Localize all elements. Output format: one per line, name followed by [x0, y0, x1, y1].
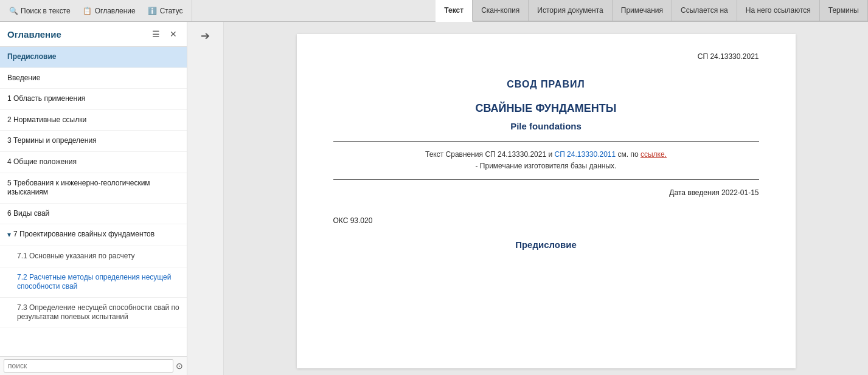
nav-item-label: 7.3 Определение несущей способности свай…: [17, 303, 179, 322]
search-go-button[interactable]: ⊙: [176, 361, 183, 371]
main-layout: Оглавление ☰ ✕ Предисловие Введение 1 Об…: [0, 22, 868, 375]
search-input[interactable]: [4, 359, 173, 373]
sidebar-nav: Предисловие Введение 1 Область применени…: [0, 47, 187, 356]
nav-item-label: Предисловие: [7, 52, 57, 61]
tab-terms[interactable]: Термины: [820, 0, 868, 21]
sidebar: Оглавление ☰ ✕ Предисловие Введение 1 Об…: [0, 22, 187, 375]
doc-comparison-note: Текст Сравнения СП 24.13330.2021 и СП 24…: [333, 149, 759, 172]
doc-meta-row: ОКС 93.020 Дата введения 2022-01-15: [333, 198, 759, 225]
status-button[interactable]: ℹ️ Статус: [144, 5, 187, 17]
status-label: Статус: [160, 7, 183, 15]
document-page: СП 24.13330.2021 СВОД ПРАВИЛ СВАЙНЫЕ ФУН…: [297, 34, 796, 368]
nav-item-label: 1 Область применения: [7, 94, 85, 103]
doc-title-en: Pile foundations: [333, 121, 759, 131]
tab-history[interactable]: История документа: [529, 0, 612, 21]
tab-scan[interactable]: Скан-копия: [473, 0, 529, 21]
nav-item-predislovie[interactable]: Предисловие: [0, 47, 187, 68]
tab-referenced-by[interactable]: На него ссылаются: [737, 0, 820, 21]
header-row: 🔍 Поиск в тексте 📋 Оглавление ℹ️ Статус …: [0, 0, 868, 22]
nav-item-7[interactable]: ▾ 7 Проектирование свайных фундаментов: [0, 224, 187, 246]
navigate-arrow-button[interactable]: ➔: [198, 27, 212, 45]
sidebar-search: ⊙: [0, 356, 187, 375]
sidebar-close-icon[interactable]: ✕: [167, 28, 179, 40]
tab-references[interactable]: Ссылается на: [672, 0, 737, 21]
doc-title-ru: СВАЙНЫЕ ФУНДАМЕНТЫ: [333, 102, 759, 115]
comparison-link[interactable]: ссылке.: [641, 150, 667, 159]
comparison-text-before: Текст Сравнения СП 24.13330.2021 и: [425, 150, 554, 159]
nav-item-7-1[interactable]: 7.1 Основные указания по расчету: [0, 246, 187, 267]
nav-item-label: 5 Требования к инженерно-геологическим и…: [7, 179, 150, 197]
nav-item-label: 7.2 Расчетные методы определения несущей…: [17, 273, 172, 291]
tab-text[interactable]: Текст: [436, 0, 473, 22]
nav-item-label: 7.1 Основные указания по расчету: [17, 252, 135, 260]
nav-item-7-2[interactable]: 7.2 Расчетные методы определения несущей…: [0, 267, 187, 298]
doc-divider-top: [333, 141, 759, 142]
nav-item-7-3[interactable]: 7.3 Определение несущей способности свай…: [0, 298, 187, 328]
nav-item-4[interactable]: 4 Общие положения: [0, 152, 187, 173]
nav-item-1[interactable]: 1 Область применения: [0, 89, 187, 110]
search-label: Поиск в тексте: [21, 7, 71, 15]
nav-item-label: 3 Термины и определения: [7, 136, 97, 145]
content-area: СП 24.13330.2021 СВОД ПРАВИЛ СВАЙНЫЕ ФУН…: [224, 22, 868, 375]
doc-date: Дата введения 2022-01-15: [669, 188, 759, 225]
divider-col: ➔: [187, 22, 224, 375]
status-icon: ℹ️: [148, 6, 158, 16]
doc-title-main: СВОД ПРАВИЛ: [333, 79, 759, 90]
sidebar-menu-icon[interactable]: ☰: [150, 28, 162, 40]
toc-label: Оглавление: [95, 7, 136, 15]
doc-divider-bottom: [333, 179, 759, 180]
nav-item-3[interactable]: 3 Термины и определения: [0, 131, 187, 152]
comparison-note-text: - Примечание изготовителя базы данных.: [476, 162, 617, 170]
nav-item-label: 7 Проектирование свайных фундаментов: [13, 230, 155, 239]
comparison-text-after: см. по: [616, 150, 641, 159]
search-icon: 🔍: [9, 6, 18, 16]
tabs-bar: Текст Скан-копия История документа Приме…: [436, 0, 868, 22]
nav-item-6[interactable]: 6 Виды свай: [0, 204, 187, 225]
nav-item-5[interactable]: 5 Требования к инженерно-геологическим и…: [0, 173, 187, 204]
comparison-doc-num: СП 24.13330.2011: [554, 150, 616, 159]
nav-item-label: 2 Нормативные ссылки: [7, 115, 86, 124]
doc-ref-top: СП 24.13330.2021: [333, 52, 759, 61]
expand-arrow-icon: ▾: [7, 230, 11, 240]
nav-item-label: Введение: [7, 74, 40, 82]
nav-item-2[interactable]: 2 Нормативные ссылки: [0, 110, 187, 131]
toc-icon: 📋: [83, 6, 92, 16]
tab-notes[interactable]: Примечания: [613, 0, 672, 21]
nav-item-label: 4 Общие положения: [7, 157, 77, 166]
nav-item-vvedenie[interactable]: Введение: [0, 68, 187, 89]
nav-item-label: 6 Виды свай: [7, 209, 49, 218]
sidebar-title: Оглавление: [7, 29, 61, 40]
sidebar-header: Оглавление ☰ ✕: [0, 22, 187, 47]
toc-button[interactable]: 📋 Оглавление: [79, 5, 139, 17]
sidebar-controls: ☰ ✕: [150, 28, 179, 40]
search-in-text-button[interactable]: 🔍 Поиск в тексте: [5, 5, 74, 17]
doc-oks: ОКС 93.020: [333, 216, 373, 225]
doc-section-title: Предисловие: [333, 239, 759, 250]
toolbar-section: 🔍 Поиск в тексте 📋 Оглавление ℹ️ Статус: [0, 0, 192, 21]
